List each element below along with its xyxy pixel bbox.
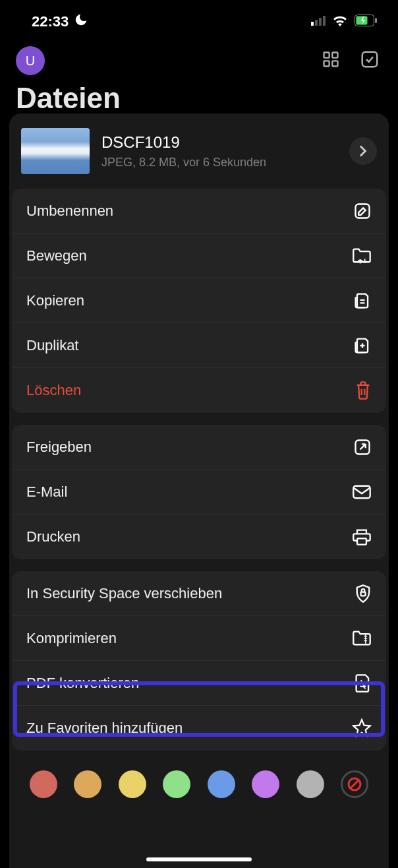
rename-row[interactable]: Umbenennen xyxy=(12,189,386,233)
svg-rect-8 xyxy=(332,53,337,58)
security-space-row[interactable]: In Security Space verschieben xyxy=(12,571,386,616)
battery-icon xyxy=(355,15,377,29)
print-label: Drucken xyxy=(26,528,80,545)
action-group-advanced: In Security Space verschieben Komprimier… xyxy=(12,571,386,751)
app-header: U xyxy=(0,37,398,75)
color-tag-red[interactable] xyxy=(30,770,57,798)
file-details-button[interactable] xyxy=(349,137,377,165)
archive-icon xyxy=(352,630,372,647)
chevron-right-icon xyxy=(358,145,368,157)
pdf-icon xyxy=(355,673,372,693)
svg-rect-10 xyxy=(332,61,337,66)
page-title: Dateien xyxy=(0,75,398,115)
home-indicator[interactable] xyxy=(146,857,252,861)
status-right xyxy=(311,15,377,29)
cellular-icon xyxy=(311,15,326,28)
pdf-convert-row[interactable]: PDF konvertieren xyxy=(12,661,386,706)
email-row[interactable]: E-Mail xyxy=(12,470,386,514)
color-tag-orange[interactable] xyxy=(74,770,101,798)
avatar-letter: U xyxy=(26,53,35,69)
print-row[interactable]: Drucken xyxy=(12,514,386,559)
file-name: DSCF1019 xyxy=(101,133,337,152)
file-thumbnail xyxy=(21,128,90,174)
status-left: 22:33 xyxy=(32,13,88,31)
color-tag-green[interactable] xyxy=(163,770,190,798)
trash-icon xyxy=(355,381,372,400)
security-space-label: In Security Space verschieben xyxy=(26,585,222,602)
avatar[interactable]: U xyxy=(16,46,45,75)
svg-rect-9 xyxy=(324,61,329,66)
svg-rect-11 xyxy=(362,52,378,67)
svg-rect-7 xyxy=(324,53,329,58)
star-icon xyxy=(352,718,372,738)
delete-row[interactable]: Löschen xyxy=(12,368,386,413)
delete-label: Löschen xyxy=(26,382,81,399)
status-time: 22:33 xyxy=(32,13,69,30)
color-tag-blue[interactable] xyxy=(208,770,235,798)
action-sheet: DSCF1019 JPEG, 8.2 MB, vor 6 Sekunden Um… xyxy=(9,113,389,868)
no-color-icon xyxy=(347,776,362,792)
mail-icon xyxy=(352,484,372,500)
file-header[interactable]: DSCF1019 JPEG, 8.2 MB, vor 6 Sekunden xyxy=(9,113,389,189)
compress-row[interactable]: Komprimieren xyxy=(12,616,386,661)
svg-rect-12 xyxy=(356,204,370,218)
folder-move-icon xyxy=(352,247,372,264)
grid-view-icon[interactable] xyxy=(322,50,340,71)
status-bar: 22:33 xyxy=(0,0,398,37)
printer-icon xyxy=(352,528,372,546)
action-group-file: Umbenennen Bewegen Kopieren Duplikat Lös… xyxy=(12,189,386,413)
email-label: E-Mail xyxy=(26,483,67,501)
select-icon[interactable] xyxy=(360,49,380,72)
copy-label: Kopieren xyxy=(26,292,84,309)
duplicate-icon xyxy=(353,336,372,356)
file-info: DSCF1019 JPEG, 8.2 MB, vor 6 Sekunden xyxy=(101,133,337,170)
file-meta: JPEG, 8.2 MB, vor 6 Sekunden xyxy=(101,156,337,170)
moon-icon xyxy=(74,13,88,31)
compress-label: Komprimieren xyxy=(26,630,117,647)
wifi-icon xyxy=(332,15,348,29)
duplicate-row[interactable]: Duplikat xyxy=(12,323,386,368)
color-tag-grey[interactable] xyxy=(297,770,324,798)
svg-rect-3 xyxy=(323,16,326,26)
svg-rect-15 xyxy=(357,538,366,544)
shield-lock-icon xyxy=(355,584,372,604)
share-icon xyxy=(353,438,372,456)
favorite-row[interactable]: Zu Favoriten hinzufügen xyxy=(12,706,386,751)
move-label: Bewegen xyxy=(26,247,87,264)
share-row[interactable]: Freigeben xyxy=(12,425,386,470)
pdf-convert-label: PDF konvertieren xyxy=(26,675,139,692)
share-label: Freigeben xyxy=(26,439,92,456)
svg-rect-16 xyxy=(361,592,366,596)
pencil-icon xyxy=(353,202,372,220)
action-group-share: Freigeben E-Mail Drucken xyxy=(12,425,386,559)
color-tag-purple[interactable] xyxy=(252,770,279,798)
rename-label: Umbenennen xyxy=(26,202,113,220)
svg-rect-0 xyxy=(311,22,314,26)
move-row[interactable]: Bewegen xyxy=(12,233,386,278)
copy-icon xyxy=(353,291,372,311)
color-tag-none[interactable] xyxy=(341,770,368,798)
svg-rect-14 xyxy=(353,485,370,497)
color-tag-row xyxy=(9,762,389,798)
favorite-label: Zu Favoriten hinzufügen xyxy=(26,720,183,737)
duplicate-label: Duplikat xyxy=(26,337,78,354)
copy-row[interactable]: Kopieren xyxy=(12,278,386,323)
color-tag-yellow[interactable] xyxy=(119,770,146,798)
svg-rect-6 xyxy=(375,18,377,23)
svg-rect-2 xyxy=(319,18,322,26)
svg-rect-1 xyxy=(315,20,318,26)
